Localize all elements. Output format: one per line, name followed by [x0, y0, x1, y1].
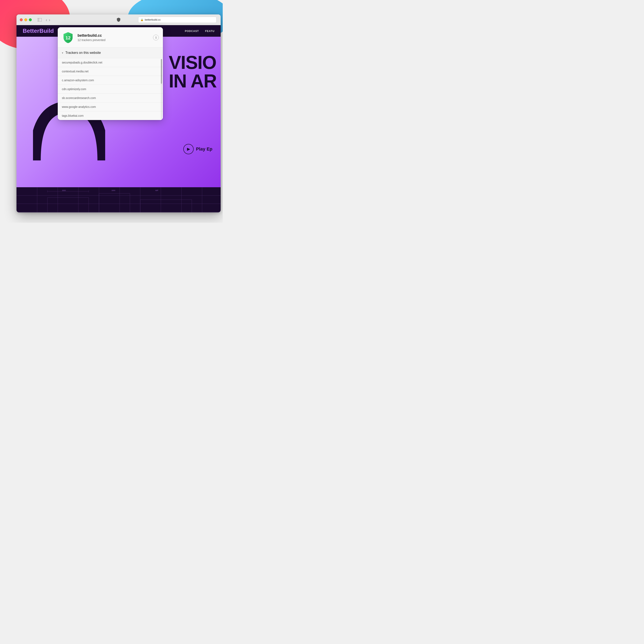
svg-rect-15 — [47, 198, 89, 212]
logo-text-regular: BetterBu — [23, 28, 47, 34]
trackers-header[interactable]: ▾ Trackers on this website — [58, 48, 163, 58]
tracker-domain: contextual.media.net — [62, 70, 88, 73]
play-circle-icon[interactable]: ▶ — [183, 144, 194, 154]
tracker-domain: c.amazon-adsystem.com — [62, 79, 94, 82]
site-logo: BetterBuild — [23, 28, 54, 34]
list-item: tags.bluekai.com — [58, 111, 163, 120]
hero-text-line1: VISIO — [169, 53, 217, 72]
trackers-title: Trackers on this website — [65, 51, 101, 55]
trackers-section: ▾ Trackers on this website securepubads.… — [58, 48, 163, 120]
site-blueprint: 3000 2000 4M² 3 — [16, 187, 221, 212]
tracker-shield-toolbar[interactable] — [116, 17, 121, 23]
hero-text-line2: IN AR — [169, 72, 217, 90]
svg-rect-16 — [99, 193, 130, 212]
tracker-domain: sb.scorecardresearch.com — [62, 96, 96, 100]
info-icon: ℹ — [155, 36, 157, 39]
close-button[interactable] — [20, 18, 23, 21]
popup-header: 12 betterbuild.cc 12 trackers prevented … — [58, 27, 163, 48]
popup-domain: betterbuild.cc — [78, 33, 150, 38]
info-button[interactable]: ℹ — [153, 35, 159, 40]
chevron-down-icon: ▾ — [62, 51, 63, 54]
tracker-domain: tags.bluekai.com — [62, 114, 84, 117]
svg-text:4M²: 4M² — [155, 190, 158, 191]
site-nav: PODCAST FEATU — [185, 29, 214, 33]
list-item: contextual.media.net — [58, 67, 163, 76]
play-button-area[interactable]: ▶ Play Ep — [183, 144, 212, 154]
sidebar-toggle-icon[interactable] — [38, 18, 42, 21]
popup-subtitle: 12 trackers prevented — [78, 38, 150, 42]
svg-text:3000: 3000 — [62, 190, 66, 191]
lock-icon: 🔒 — [140, 18, 144, 21]
svg-rect-0 — [38, 18, 42, 21]
tracker-domain: securepubads.g.doubleclick.net — [62, 61, 102, 64]
tracker-domain: www.google-analytics.com — [62, 105, 96, 108]
scrollbar-track — [161, 59, 162, 119]
list-item: securepubads.g.doubleclick.net — [58, 58, 163, 67]
nav-buttons: ‹ › — [46, 18, 50, 22]
play-label: Play Ep — [196, 146, 212, 152]
url-text: betterbuild.cc — [145, 18, 161, 21]
tracker-count-badge: 12 — [66, 35, 71, 41]
minimize-button[interactable] — [24, 18, 27, 21]
tracker-popup-panel: 12 betterbuild.cc 12 trackers prevented … — [58, 27, 163, 120]
nav-features[interactable]: FEATU — [205, 29, 214, 33]
list-item: cdn.optimizely.com — [58, 85, 163, 94]
forward-button[interactable]: › — [49, 18, 50, 22]
hero-text: VISIO IN AR — [169, 53, 217, 90]
scrollbar-thumb[interactable] — [161, 59, 162, 84]
svg-text:2000: 2000 — [112, 190, 115, 191]
shield-badge: 12 — [62, 31, 74, 44]
list-item: c.amazon-adsystem.com — [58, 76, 163, 85]
browser-titlebar: ‹ › 🔒 betterbuild.cc — [16, 14, 221, 25]
list-item: sb.scorecardresearch.com — [58, 94, 163, 102]
address-bar[interactable]: 🔒 betterbuild.cc — [138, 17, 217, 23]
trackers-list: securepubads.g.doubleclick.net contextua… — [58, 58, 163, 120]
toolbar-shield-container — [116, 17, 121, 23]
logo-text-highlight: ild — [47, 28, 54, 34]
svg-rect-17 — [140, 200, 192, 212]
maximize-button[interactable] — [29, 18, 32, 21]
nav-podcast[interactable]: PODCAST — [185, 29, 199, 33]
browser-window: ‹ › 🔒 betterbuild.cc BetterBuild PODCAST — [16, 14, 221, 212]
tracker-domain: cdn.optimizely.com — [62, 87, 86, 91]
list-item: www.google-analytics.com — [58, 102, 163, 111]
traffic-lights — [20, 18, 32, 21]
blueprint-svg: 3000 2000 4M² 3 — [16, 187, 221, 212]
back-button[interactable]: ‹ — [46, 18, 47, 22]
popup-site-info: betterbuild.cc 12 trackers prevented — [78, 33, 150, 42]
